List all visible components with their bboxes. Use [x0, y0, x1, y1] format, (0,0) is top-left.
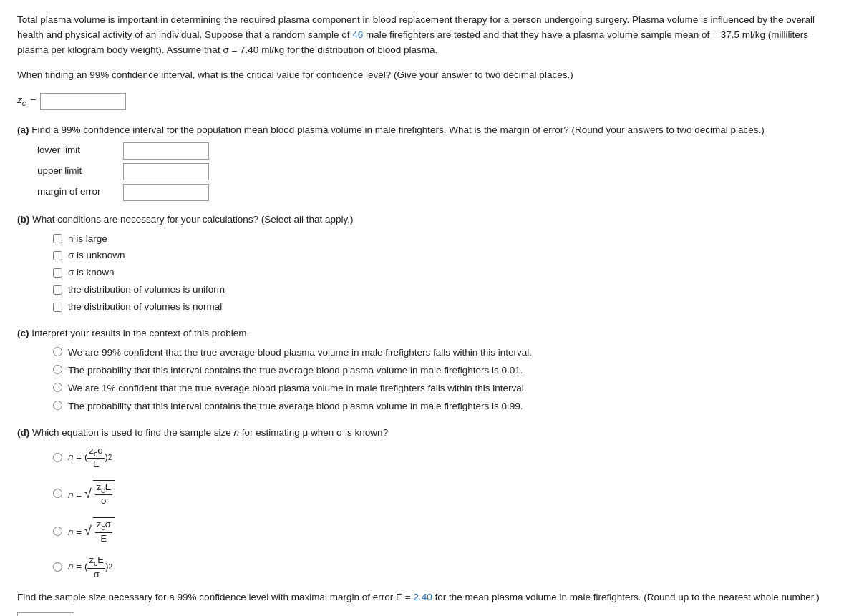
zc-question: When finding an 99% confidence interval,…	[17, 68, 842, 83]
eq-row-3: n = √ zcσE	[53, 517, 842, 544]
part-c-block: (c) Interpret your results in the contex…	[17, 326, 842, 414]
eq-row-2: n = √ zcEσ	[53, 480, 842, 507]
radio-eq2[interactable]	[53, 489, 62, 498]
checkbox-n-large[interactable]	[53, 234, 62, 243]
intro-paragraph: Total plasma volume is important in dete…	[17, 13, 842, 58]
checkbox-label-0: n is large	[68, 232, 107, 247]
upper-limit-input[interactable]	[123, 163, 209, 180]
eq3-label: n = √ zcσE	[68, 517, 115, 544]
checkbox-row-3: the distribution of volumes is uniform	[53, 283, 842, 298]
radio-row-c1: The probability that this interval conta…	[53, 363, 842, 378]
radio-label-c3: The probability that this interval conta…	[68, 399, 523, 414]
zc-input[interactable]	[40, 93, 126, 110]
checkbox-row-2: σ is known	[53, 265, 842, 280]
radio-c1[interactable]	[53, 365, 62, 374]
checkbox-uniform[interactable]	[53, 285, 62, 295]
eq-row-1: n = (zcσE)2	[53, 445, 842, 470]
intro-text-2: male firefighters are tested and that th…	[363, 29, 712, 40]
upper-limit-row: upper limit	[37, 163, 842, 180]
bottom-answer-row: male firefighters	[17, 612, 842, 616]
bottom-text-1: Find the sample size necessary for a 99%…	[17, 592, 413, 602]
zc-row: zc =	[17, 93, 842, 110]
margin-error-row: margin of error	[37, 184, 842, 201]
answer-suffix: male firefighters	[80, 613, 149, 616]
radio-label-c1: The probability that this interval conta…	[68, 363, 523, 378]
bottom-text: Find the sample size necessary for a 99%…	[17, 590, 842, 605]
eq1-label: n = (zcσE)2	[68, 445, 112, 470]
checkbox-normal[interactable]	[53, 303, 62, 312]
radio-c2[interactable]	[53, 383, 62, 392]
eq2-label: n = √ zcEσ	[68, 480, 115, 507]
sample-size-input[interactable]	[17, 612, 74, 616]
checkbox-label-1: σ is unknown	[68, 248, 125, 263]
part-b-block: (b) What conditions are necessary for yo…	[17, 212, 842, 316]
lower-limit-input[interactable]	[123, 142, 209, 160]
radio-row-c3: The probability that this interval conta…	[53, 399, 842, 414]
part-a-block: (a) Find a 99% confidence interval for t…	[17, 123, 842, 201]
radio-c3[interactable]	[53, 401, 62, 410]
zc-equals: =	[30, 94, 36, 109]
checkbox-row-4: the distribution of volumes is normal	[53, 300, 842, 315]
checkbox-row-1: σ is unknown	[53, 248, 842, 263]
radio-eq1[interactable]	[53, 453, 62, 462]
checkbox-label-2: σ is known	[68, 265, 115, 280]
radio-label-c0: We are 99% confident that the true avera…	[68, 346, 532, 361]
checkbox-label-3: the distribution of volumes is uniform	[68, 283, 225, 298]
part-c-label: (c) Interpret your results in the contex…	[17, 326, 842, 341]
radio-c0[interactable]	[53, 347, 62, 356]
radio-eq3[interactable]	[53, 527, 62, 536]
eq-row-4: n = (zcEσ)2	[53, 554, 842, 580]
checkbox-row-0: n is large	[53, 232, 842, 247]
intro-highlight-46: 46	[352, 29, 363, 40]
part-d-block: (d) Which equation is used to find the s…	[17, 426, 842, 616]
part-d-label: (d) Which equation is used to find the s…	[17, 426, 842, 441]
eq4-label: n = (zcEσ)2	[68, 554, 112, 580]
part-a-label: (a) Find a 99% confidence interval for t…	[17, 123, 842, 138]
zc-label: zc	[17, 93, 26, 109]
radio-row-c0: We are 99% confident that the true avera…	[53, 346, 842, 361]
lower-limit-row: lower limit	[37, 142, 842, 160]
bottom-text-2: for the mean plasma volume in male firef…	[432, 592, 820, 602]
part-b-label: (b) What conditions are necessary for yo…	[17, 212, 842, 228]
bottom-highlight-e: 2.40	[413, 592, 432, 602]
upper-limit-label: upper limit	[37, 164, 116, 179]
checkbox-sigma-unknown[interactable]	[53, 251, 62, 260]
radio-eq4[interactable]	[53, 562, 62, 572]
radio-label-c2: We are 1% confident that the true averag…	[68, 381, 527, 396]
margin-error-input[interactable]	[123, 184, 209, 201]
lower-limit-label: lower limit	[37, 143, 116, 158]
margin-error-label: margin of error	[37, 185, 116, 200]
checkbox-label-4: the distribution of volumes is normal	[68, 300, 222, 315]
radio-row-c2: We are 1% confident that the true averag…	[53, 381, 842, 396]
checkbox-sigma-known[interactable]	[53, 268, 62, 278]
